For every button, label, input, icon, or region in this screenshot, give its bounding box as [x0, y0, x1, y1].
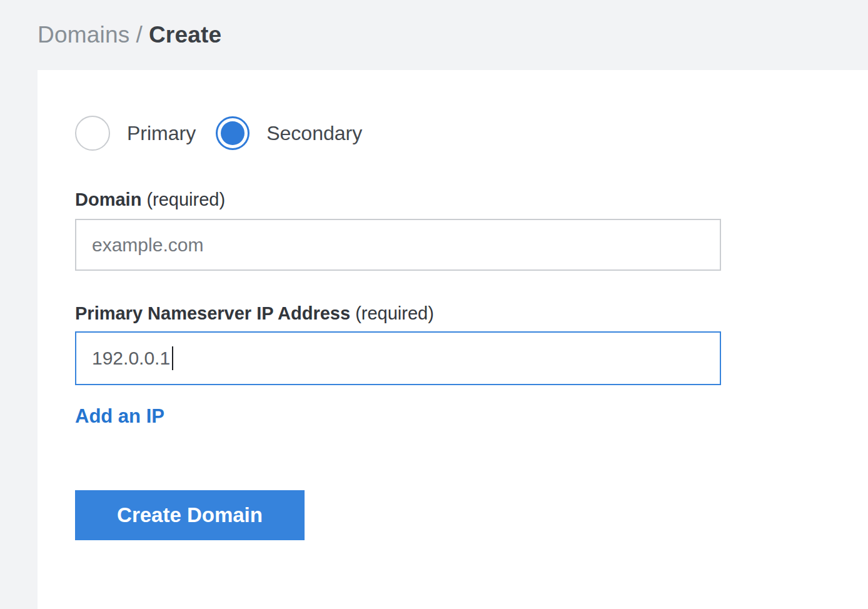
radio-unselected-icon[interactable]: [75, 116, 110, 151]
ip-required-suffix: (required): [355, 303, 434, 323]
top-bar: Domains/Create: [0, 0, 868, 70]
breadcrumb: Domains/Create: [38, 22, 221, 48]
ip-field-label: Primary Nameserver IP Address (required): [75, 303, 868, 324]
domain-label-text: Domain: [75, 189, 141, 209]
breadcrumb-separator: /: [129, 22, 148, 48]
text-caret: [172, 346, 173, 370]
breadcrumb-link-domains[interactable]: Domains: [38, 22, 129, 48]
radio-dot-icon: [221, 121, 245, 145]
domain-required-suffix: (required): [146, 189, 225, 209]
radio-label-primary: Primary: [127, 122, 196, 145]
domain-input[interactable]: example.com: [75, 219, 721, 271]
radio-option-primary[interactable]: Primary: [75, 116, 196, 151]
create-domain-button[interactable]: Create Domain: [75, 490, 305, 540]
add-ip-link[interactable]: Add an IP: [75, 405, 164, 428]
ip-label-text: Primary Nameserver IP Address: [75, 303, 350, 323]
domain-input-placeholder: example.com: [92, 234, 203, 256]
radio-option-secondary[interactable]: Secondary: [216, 116, 362, 150]
ip-input[interactable]: 192.0.0.1: [75, 331, 721, 385]
breadcrumb-current-create: Create: [149, 22, 221, 48]
ip-input-value: 192.0.0.1: [92, 348, 170, 369]
radio-label-secondary: Secondary: [266, 122, 362, 145]
domain-field-label: Domain (required): [75, 189, 868, 210]
domain-type-radio-group: Primary Secondary: [75, 114, 868, 152]
radio-selected-icon[interactable]: [216, 116, 250, 150]
create-domain-card: Primary Secondary Domain (required) exam…: [38, 70, 868, 609]
